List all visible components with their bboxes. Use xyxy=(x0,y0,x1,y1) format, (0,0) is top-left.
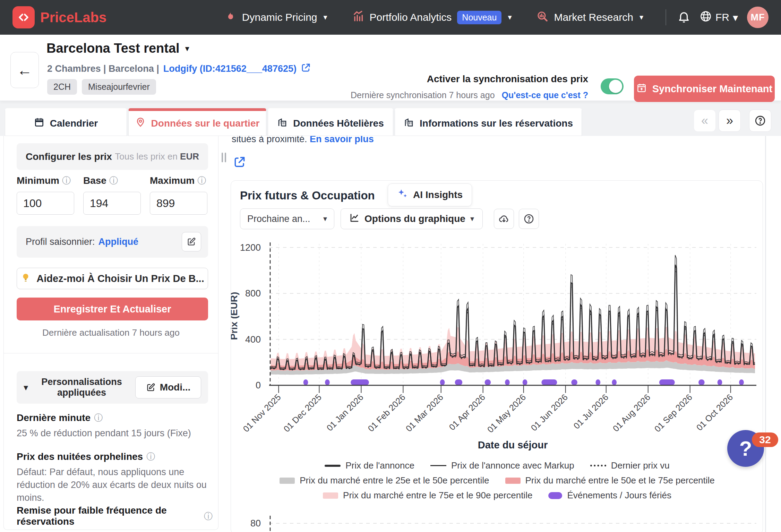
calendar-upload-icon xyxy=(636,83,647,95)
ai-insights-button[interactable]: AI Insights xyxy=(388,183,472,206)
property-header: ← Barcelona Test rental ▾ 2 Chambres | B… xyxy=(0,35,781,101)
info-icon[interactable]: ⓘ xyxy=(94,412,103,423)
chevron-down-icon: ▾ xyxy=(733,11,738,24)
top-nav: PriceLabs Dynamic Pricing ▾ Portfolio An… xyxy=(0,0,781,35)
learn-more-link[interactable]: En savoir plus xyxy=(310,136,374,144)
property-title-dropdown[interactable]: Barcelona Test rental ▾ xyxy=(46,41,189,56)
header-help-button[interactable] xyxy=(749,110,771,132)
chart-options-button[interactable]: Options du graphique ▾ xyxy=(341,208,483,229)
base-price-field: Baseⓘ xyxy=(83,175,141,215)
tab-informations-reservations[interactable]: Informations sur les réservations xyxy=(395,108,582,136)
edit-seasonal-button[interactable] xyxy=(182,232,201,251)
chevron-down-icon: ▾ xyxy=(470,214,474,223)
market-research-icon xyxy=(537,10,548,25)
user-avatar[interactable]: MF xyxy=(747,7,769,28)
info-icon[interactable]: ⓘ xyxy=(146,451,155,462)
panel-title: Prix futurs & Occupation xyxy=(240,189,375,202)
map-pin-icon xyxy=(135,117,146,130)
legend-swatch-pill-purple xyxy=(548,492,562,499)
calendar-icon xyxy=(34,117,44,130)
chevron-down-icon: ▾ xyxy=(323,214,327,223)
toggle-knob xyxy=(609,80,622,93)
scrollbar[interactable] xyxy=(765,136,766,532)
reservations-icon xyxy=(404,117,414,130)
legend-item[interactable]: Prix du marché entre le 25e et le 50e pe… xyxy=(280,475,489,486)
property-subtitle: 2 Chambres | Barcelona | Lodgify (ID:421… xyxy=(47,62,311,75)
brand-name: PriceLabs xyxy=(40,10,106,25)
seasonal-profile-value[interactable]: Appliqué xyxy=(98,237,139,247)
prev-listing-button[interactable]: « xyxy=(694,110,716,132)
maximum-price-field: Maximumⓘ xyxy=(150,175,207,215)
svg-text:400: 400 xyxy=(245,334,261,345)
globe-icon xyxy=(700,10,712,25)
date-range-select[interactable]: Prochaine an... ▾ xyxy=(240,208,334,229)
line-chart-icon xyxy=(349,213,360,225)
what-is-it-link[interactable]: Qu'est-ce que c'est ? xyxy=(502,90,588,100)
future-prices-panel: Prix futurs & Occupation AI Insights Pro… xyxy=(231,180,763,532)
nav-dynamic-pricing[interactable]: Dynamic Pricing ▾ xyxy=(225,10,327,25)
pricing-sidebar: Configurer les prix Tous les prix en EUR… xyxy=(3,136,218,530)
base-price-input[interactable] xyxy=(83,192,141,215)
open-external-icon[interactable] xyxy=(233,155,246,170)
flame-icon xyxy=(225,10,237,25)
external-link-icon[interactable] xyxy=(301,62,311,75)
customization-last-minute: Dernière minuteⓘ 25 % de réduction penda… xyxy=(17,412,213,440)
save-and-refresh-button[interactable]: Enregistrer Et Actualiser xyxy=(17,298,208,320)
legend-swatch-dotted xyxy=(590,465,606,466)
legend-swatch-box-gray xyxy=(280,478,295,484)
customizations-title: Personnalisations appliquées xyxy=(31,377,132,398)
info-icon[interactable]: ⓘ xyxy=(109,175,118,186)
pricelabs-logo[interactable]: PriceLabs xyxy=(12,6,106,28)
info-icon[interactable]: ⓘ xyxy=(204,510,213,522)
language-selector[interactable]: FR ▾ xyxy=(700,10,738,25)
currency-label: EUR xyxy=(180,151,199,162)
collapse-caret-icon[interactable]: ▾ xyxy=(24,382,28,393)
seasonal-profile-box: Profil saisonnier: Appliqué xyxy=(17,226,208,258)
chart-help-button[interactable] xyxy=(519,209,539,229)
property-tags: 2CH Miseajourfevrier xyxy=(47,79,156,95)
last-sync-text: Dernière synchronisation 7 hours ago xyxy=(351,90,495,100)
tab-donnees-hotelieres[interactable]: Données Hôtelières xyxy=(268,108,393,136)
svg-text:01 May 2026: 01 May 2026 xyxy=(485,392,527,435)
nav-market-research[interactable]: Market Research ▾ xyxy=(537,10,643,25)
legend-swatch-line-thin xyxy=(430,465,446,466)
chevron-down-icon: ▾ xyxy=(324,13,327,22)
bell-icon[interactable] xyxy=(677,10,690,25)
customizations-header: ▾ Personnalisations appliquées Modi... xyxy=(17,371,208,404)
sync-now-button[interactable]: Synchroniser Maintenant xyxy=(634,76,775,102)
nav-portfolio-analytics[interactable]: Portfolio Analytics Nouveau ▾ xyxy=(352,10,512,25)
modify-customizations-button[interactable]: Modi... xyxy=(135,376,201,398)
minimum-price-field: Minimumⓘ xyxy=(17,175,74,215)
download-chart-button[interactable] xyxy=(494,209,514,229)
svg-text:800: 800 xyxy=(245,288,261,299)
configure-prices-header: Configurer les prix Tous les prix en EUR xyxy=(17,143,208,170)
legend-item[interactable]: Prix de l'annonce xyxy=(325,460,414,471)
help-choose-price-button[interactable]: Aidez-moi À Choisir Un Prix De B... xyxy=(17,268,208,289)
sidebar-divider xyxy=(4,353,218,353)
legend-item[interactable]: Prix du marché entre le 75e et le 90e pe… xyxy=(323,490,532,501)
legend-item[interactable]: Événements / Jours fériés xyxy=(548,490,671,501)
svg-text:01 Feb 2026: 01 Feb 2026 xyxy=(366,392,407,434)
back-button[interactable]: ← xyxy=(10,52,39,88)
svg-text:01 Aug 2026: 01 Aug 2026 xyxy=(611,392,652,434)
tab-donnees-sur-le-quartier[interactable]: Données sur le quartier xyxy=(128,108,266,136)
clipped-paragraph: situés à proximité. En savoir plus xyxy=(232,136,374,147)
minimum-price-input[interactable] xyxy=(17,192,74,215)
next-listing-button[interactable]: » xyxy=(719,110,741,132)
tab-calendrier[interactable]: Calendrier xyxy=(5,108,127,136)
maximum-price-input[interactable] xyxy=(150,192,207,215)
svg-text:01 Mar 2026: 01 Mar 2026 xyxy=(404,392,445,434)
chevron-down-icon: ▾ xyxy=(640,13,643,22)
svg-text:Prix (EUR): Prix (EUR) xyxy=(231,292,239,340)
listing-link[interactable]: Lodgify (ID:421562___487625) xyxy=(163,63,297,74)
svg-text:01 Nov 2025: 01 Nov 2025 xyxy=(241,392,283,434)
info-icon[interactable]: ⓘ xyxy=(197,175,206,186)
legend-swatch-line-thick xyxy=(325,465,341,467)
info-icon[interactable]: ⓘ xyxy=(62,175,71,186)
legend-item[interactable]: Prix du marché entre le 50e et le 75e pe… xyxy=(505,475,715,486)
legend-item[interactable]: Dernier prix vu xyxy=(590,460,670,471)
legend-item[interactable]: Prix de l'annonce avec Markup xyxy=(430,460,574,471)
svg-text:01 Jan 2026: 01 Jan 2026 xyxy=(325,392,365,433)
sync-toggle[interactable] xyxy=(601,78,624,94)
portfolio-chart-icon xyxy=(352,10,364,25)
